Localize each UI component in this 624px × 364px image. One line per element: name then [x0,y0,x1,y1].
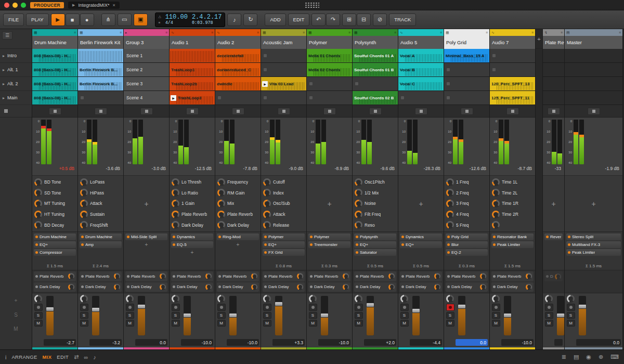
device[interactable]: Peak Limiter [566,249,621,256]
arm-button[interactable] [126,304,134,311]
device-enable-icon[interactable] [568,236,570,238]
volume-readout[interactable]: -10.0 [181,339,213,346]
clip-slot-empty[interactable] [307,91,352,105]
arm-button[interactable] [263,304,271,311]
volume-fader[interactable] [138,296,145,335]
mute-button[interactable]: M [217,320,226,327]
device-enable-icon[interactable] [264,251,267,254]
volume-fader[interactable] [579,296,586,335]
arm-button[interactable] [172,304,180,311]
clip[interactable]: Mella 02 Chords [307,63,352,77]
send-enable-icon[interactable] [127,275,129,278]
add-device-button[interactable]: + [545,177,562,230]
send-knob[interactable] [526,284,532,290]
clip[interactable]: ▶Vita 03 Lead [261,77,306,91]
device-enable-icon[interactable] [447,251,450,254]
tempo-readout[interactable]: 110.00 [165,14,188,20]
volume-readout[interactable]: 0.0 [135,339,167,346]
clip[interactable]: 808 (Bass-08) - H... [32,91,77,105]
send-enable-icon[interactable] [546,275,549,278]
clip[interactable]: Mella 01 Chords [307,49,352,63]
pan-knob[interactable] [446,295,454,303]
clip[interactable]: 808 (Bass-08) - H... [32,49,77,63]
track-header[interactable]: ▦≡Acoustic Jam [261,29,306,49]
stop-clips-button[interactable] [186,108,199,115]
send-enable-icon[interactable] [218,275,221,278]
macro-knob[interactable] [217,189,225,197]
mute-button[interactable]: M [80,320,88,327]
solo-button[interactable]: S [126,312,134,319]
clip[interactable]: Vocal A [398,49,444,63]
paste-icon[interactable]: ⊟ [357,14,371,26]
send-plate-reverb[interactable]: Plate Reverb [446,271,488,281]
send-dark-delay[interactable]: Dark Delay [308,282,350,292]
macro-knob[interactable] [492,178,500,186]
stop-clips-button[interactable] [323,108,336,115]
send-dark-delay[interactable]: Dark Delay [544,271,563,281]
tab-edit[interactable]: EDIT [57,354,69,360]
macro-knob[interactable] [172,211,179,218]
undo-icon[interactable]: ↶ [311,14,326,26]
device-enable-icon[interactable] [447,243,450,246]
send-dark-delay[interactable]: Dark Delay [400,282,442,292]
volume-fader[interactable] [557,296,564,335]
send-dark-delay[interactable]: Dark Delay [491,282,534,292]
clip[interactable]: 120_Perc_SPFT_13 [490,77,535,91]
device[interactable]: Drum Machine [34,233,76,240]
device[interactable]: EQ-2 [446,249,488,256]
track-header[interactable]: ▦≡Poly Grid [444,29,489,49]
volume-readout[interactable]: 0.0 [456,339,488,346]
clip-slot-empty[interactable] [261,49,306,63]
scene-slot[interactable]: Scene 1 [124,49,169,63]
device-enable-icon[interactable] [356,251,358,254]
send-enable-icon[interactable] [493,285,496,288]
scene-slot[interactable]: Scene 2 [124,63,169,77]
stop-clips-button[interactable] [278,108,290,115]
device[interactable]: Blur [446,241,488,248]
macro-knob[interactable] [217,200,225,207]
solo-button[interactable]: S [492,312,500,319]
clip-slot-empty[interactable] [307,77,352,91]
send-knob[interactable] [251,273,257,279]
send-enable-icon[interactable] [127,285,129,288]
clip[interactable]: 808 (Bass-08) - H... [32,63,77,77]
macro-knob[interactable] [355,189,362,197]
detail-panel-icon[interactable]: ▤ [574,354,579,360]
scene-play-icon[interactable]: ▸ [3,96,5,100]
arm-button[interactable] [492,304,500,311]
minimize-window-icon[interactable] [12,3,18,8]
tab-arrange[interactable]: ARRANGE [11,354,37,360]
device[interactable]: EQ+ [263,241,305,248]
record-button[interactable]: ● [80,14,94,26]
add-device-button[interactable]: + [400,177,441,230]
stop-button[interactable]: ■ [66,14,80,26]
fader-handle[interactable] [366,303,374,307]
send-knob[interactable] [388,284,395,290]
macro-knob[interactable] [446,189,454,197]
macro-knob[interactable] [34,221,42,229]
volume-fader[interactable] [504,296,511,335]
add-device-button[interactable]: + [217,241,259,248]
mute-button[interactable]: M [172,320,180,327]
device[interactable]: Resonator Bank [491,233,534,240]
macro-knob[interactable] [172,221,179,229]
device[interactable]: EQ+ [400,241,442,248]
send-enable-icon[interactable] [35,275,38,278]
fader-handle[interactable] [412,308,420,313]
macro-knob[interactable] [492,200,500,207]
stop-clips-button[interactable] [232,108,244,115]
fader-handle[interactable] [320,313,329,318]
mute-button[interactable]: M [263,320,271,327]
scene-row-alt-1[interactable]: ▸Alt. 1 [0,63,32,77]
macro-knob[interactable] [355,200,362,207]
device[interactable]: EQ-5 [171,241,213,248]
device[interactable]: Ring-Mod [217,233,259,240]
send-plate-reverb[interactable]: Plate Reverb [217,271,259,281]
mute-button[interactable]: M [567,320,575,327]
send-enable-icon[interactable] [310,275,313,278]
clip-play-icon[interactable]: ▶ [171,95,176,101]
send-enable-icon[interactable] [401,285,404,288]
clip[interactable]: 808 (Bass-08) - H... [32,77,77,91]
time-signature-readout[interactable]: 4/4 [165,20,188,25]
clip[interactable]: TrashLoop2b [170,77,215,91]
